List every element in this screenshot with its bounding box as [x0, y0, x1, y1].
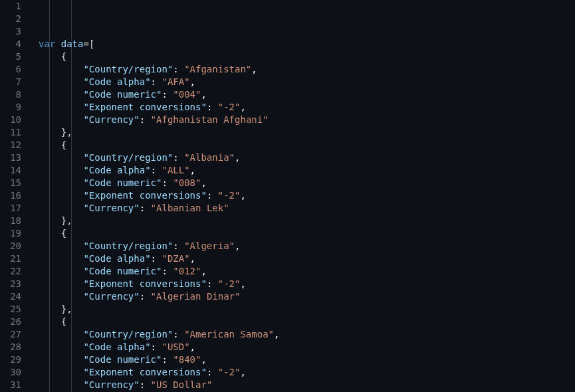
- code-line[interactable]: },: [39, 303, 575, 316]
- line-number: 25: [0, 303, 27, 316]
- code-editor[interactable]: 1234567891011121314151617181920212223242…: [0, 0, 575, 392]
- code-area[interactable]: var data=[ { "Country/region": "Afganist…: [27, 0, 575, 392]
- line-number: 17: [0, 202, 27, 215]
- code-line[interactable]: "Exponent conversions": "-2",: [39, 278, 575, 290]
- code-line[interactable]: "Exponent conversions": "-2",: [39, 101, 575, 114]
- line-number: 1: [0, 0, 27, 13]
- line-number: 9: [0, 101, 27, 114]
- code-line[interactable]: },: [39, 215, 575, 227]
- code-line[interactable]: "Code numeric": "008",: [39, 177, 575, 189]
- line-number: 8: [0, 88, 27, 101]
- code-line[interactable]: "Code alpha": "ALL",: [39, 164, 575, 177]
- line-number: 11: [0, 126, 27, 139]
- line-number: 10: [0, 114, 27, 126]
- line-number: 30: [0, 366, 27, 379]
- code-line[interactable]: "Exponent conversions": "-2",: [39, 189, 575, 202]
- code-line[interactable]: "Code numeric": "012",: [39, 265, 575, 278]
- code-line[interactable]: },: [39, 126, 575, 139]
- line-number: 18: [0, 215, 27, 227]
- code-line[interactable]: var data=[: [39, 38, 575, 50]
- line-number-gutter: 1234567891011121314151617181920212223242…: [0, 0, 27, 392]
- line-number: 29: [0, 353, 27, 366]
- code-line[interactable]: "Currency": "Afghanistan Afghani": [39, 114, 575, 126]
- line-number: 2: [0, 13, 27, 25]
- code-line[interactable]: {: [39, 139, 575, 151]
- code-line[interactable]: "Exponent conversions": "-2",: [39, 366, 575, 379]
- line-number: 26: [0, 316, 27, 328]
- line-number: 24: [0, 290, 27, 303]
- line-number: 16: [0, 189, 27, 202]
- line-number: 19: [0, 227, 27, 240]
- code-line[interactable]: "Currency": "Albanian Lek": [39, 202, 575, 215]
- line-number: 4: [0, 38, 27, 50]
- line-number: 14: [0, 164, 27, 177]
- line-number: 28: [0, 341, 27, 353]
- code-line[interactable]: "Country/region": "Albania",: [39, 151, 575, 164]
- code-line[interactable]: "Code numeric": "840",: [39, 353, 575, 366]
- line-number: 21: [0, 252, 27, 265]
- code-line[interactable]: "Country/region": "Afganistan",: [39, 63, 575, 76]
- code-line[interactable]: "Currency": "US Dollar": [39, 379, 575, 391]
- line-number: 12: [0, 139, 27, 151]
- code-line[interactable]: "Currency": "Algerian Dinar": [39, 290, 575, 303]
- line-number: 6: [0, 63, 27, 76]
- line-number: 13: [0, 151, 27, 164]
- line-number: 23: [0, 278, 27, 290]
- code-line[interactable]: "Code alpha": "AFA",: [39, 76, 575, 88]
- line-number: 31: [0, 379, 27, 391]
- code-line[interactable]: {: [39, 227, 575, 240]
- code-line[interactable]: {: [39, 316, 575, 328]
- line-number: 22: [0, 265, 27, 278]
- line-number: 5: [0, 50, 27, 63]
- code-line[interactable]: "Code numeric": "004",: [39, 88, 575, 101]
- code-line[interactable]: "Country/region": "Algeria",: [39, 240, 575, 252]
- line-number: 15: [0, 177, 27, 189]
- code-line[interactable]: {: [39, 50, 575, 63]
- line-number: 7: [0, 76, 27, 88]
- line-number: 20: [0, 240, 27, 252]
- code-line[interactable]: "Code alpha": "DZA",: [39, 252, 575, 265]
- code-line[interactable]: "Country/region": "American Samoa",: [39, 328, 575, 341]
- line-number: 3: [0, 25, 27, 38]
- code-line[interactable]: "Code alpha": "USD",: [39, 341, 575, 353]
- line-number: 27: [0, 328, 27, 341]
